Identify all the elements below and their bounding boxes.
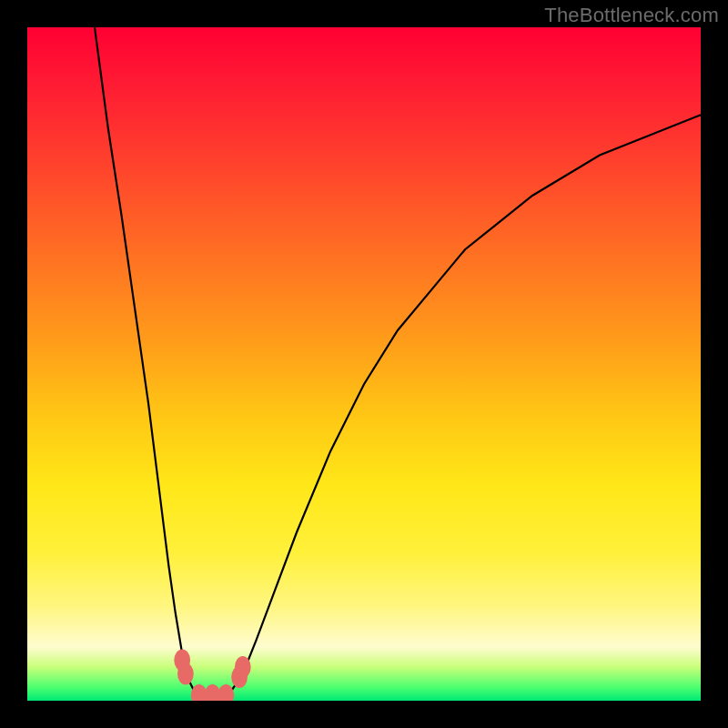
- watermark-text: TheBottleneck.com: [544, 4, 719, 27]
- marker-4: [217, 684, 234, 701]
- marker-layer: [174, 650, 250, 701]
- curve-right-branch: [223, 115, 701, 701]
- curve-left-branch: [95, 27, 202, 701]
- curve-layer: [95, 27, 701, 701]
- chart-stage: TheBottleneck.com: [0, 0, 728, 728]
- chart-svg: [27, 27, 701, 701]
- plot-area: [27, 27, 701, 701]
- marker-1: [177, 662, 194, 684]
- marker-6: [235, 656, 251, 678]
